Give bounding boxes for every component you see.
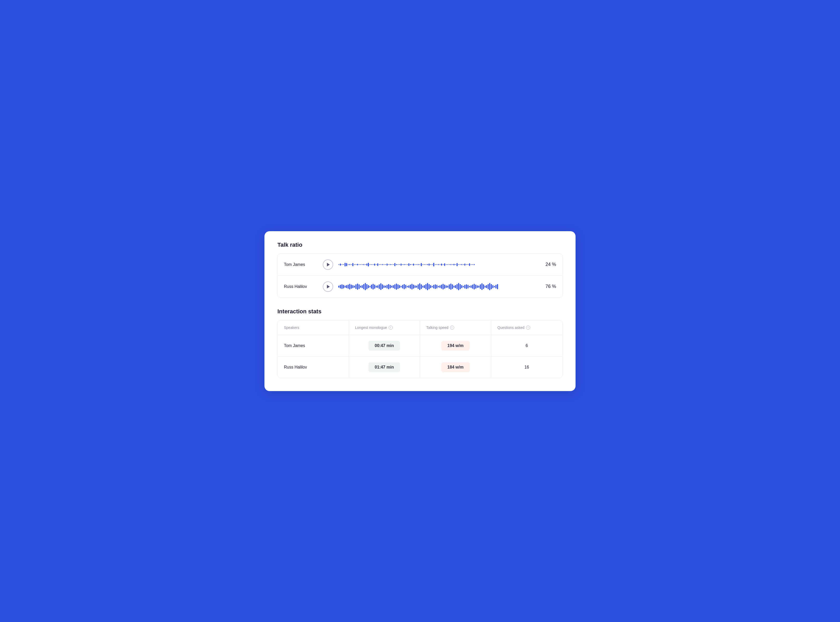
monologue-badge-russ: 01:47 min — [368, 362, 400, 372]
percentage-russ: 76 % — [541, 284, 556, 289]
stats-row-russ: Russ Halilov 01:47 min 184 w/m 16 — [278, 357, 562, 378]
header-longest-monologue: Longest monologue i — [349, 320, 420, 335]
header-questions-asked: Questions asked i — [491, 320, 563, 335]
speaker-name-tom: Tom James — [284, 262, 318, 267]
info-icon-questions[interactable]: i — [526, 326, 530, 330]
speaker-row-russ: Russ Halilov 76 % — [278, 276, 562, 297]
percentage-tom: 24 % — [541, 262, 556, 267]
talk-ratio-title: Talk ratio — [277, 242, 563, 248]
stats-row-tom: Tom James 00:47 min 194 w/m 6 — [278, 335, 562, 357]
stats-speed-russ: 184 w/m — [420, 357, 491, 378]
waveform-tom — [338, 261, 535, 268]
stats-table: Speakers Longest monologue i Talking spe… — [277, 320, 563, 378]
header-speakers: Speakers — [278, 320, 349, 335]
speaker-name-russ: Russ Halilov — [284, 284, 318, 289]
talk-ratio-card: Tom James 24 % Russ Halilov 76 % — [277, 253, 563, 298]
stats-monologue-russ: 01:47 min — [349, 357, 420, 378]
speaker-row-tom: Tom James 24 % — [278, 254, 562, 276]
stats-header: Speakers Longest monologue i Talking spe… — [278, 320, 562, 335]
header-talking-speed: Talking speed i — [420, 320, 491, 335]
play-button-russ[interactable] — [323, 282, 333, 292]
stats-speaker-tom: Tom James — [278, 335, 349, 356]
info-icon-speed[interactable]: i — [450, 326, 454, 330]
speed-badge-russ: 184 w/m — [441, 362, 470, 372]
info-icon-monologue[interactable]: i — [389, 326, 393, 330]
stats-speed-tom: 194 w/m — [420, 335, 491, 356]
stats-monologue-tom: 00:47 min — [349, 335, 420, 356]
play-button-tom[interactable] — [323, 259, 333, 270]
interaction-stats-title: Interaction stats — [277, 308, 563, 315]
stats-speaker-russ: Russ Halilov — [278, 357, 349, 378]
waveform-russ — [338, 283, 535, 291]
stats-questions-tom: 6 — [491, 335, 563, 356]
monologue-badge-tom: 00:47 min — [368, 341, 400, 351]
main-card: Talk ratio Tom James 24 % Russ Halilov 7… — [264, 231, 576, 391]
speed-badge-tom: 194 w/m — [441, 341, 470, 351]
stats-questions-russ: 16 — [491, 357, 563, 378]
